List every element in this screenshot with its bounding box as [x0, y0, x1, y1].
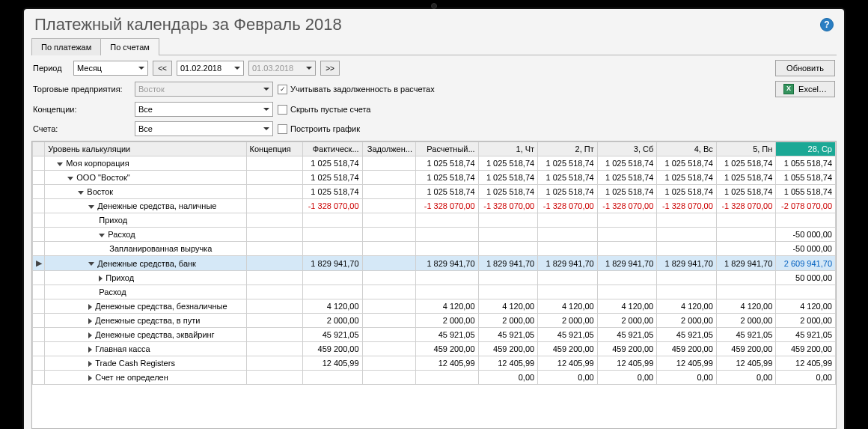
row-marker: [33, 156, 45, 171]
concept-cell: [246, 213, 302, 228]
tree-cell[interactable]: Денежные средства, наличные: [45, 199, 246, 213]
date-to-input[interactable]: 01.03.2018: [248, 61, 316, 76]
debt-checkbox[interactable]: ✓ Учитывать задолженность в расчетах: [278, 85, 435, 94]
col-debt[interactable]: Задолжен...: [362, 142, 415, 156]
value-cell: 1 025 518,74: [415, 185, 478, 199]
col-d3[interactable]: 3, Сб: [597, 142, 657, 156]
table-row[interactable]: Приход50 000,00: [33, 271, 836, 285]
col-fact[interactable]: Фактическ...: [303, 142, 363, 156]
row-marker: [33, 342, 45, 356]
table-row[interactable]: Денежные средства, в пути2 000,002 000,0…: [33, 314, 836, 328]
value-cell: 1 025 518,74: [478, 185, 538, 199]
concept-cell: [246, 271, 302, 285]
tree-cell[interactable]: Приход: [45, 213, 246, 228]
tree-cell[interactable]: Восток: [45, 185, 246, 199]
expand-icon[interactable]: [88, 347, 92, 353]
table-row[interactable]: Приход: [33, 213, 836, 228]
table-row[interactable]: Счет не определен0,000,000,000,000,000,0…: [33, 371, 836, 385]
calendar-table: Уровень калькуляции Концепция Фактическ.…: [32, 142, 836, 385]
table-row[interactable]: ООО "Восток"1 025 518,741 025 518,741 02…: [33, 171, 836, 185]
value-cell: [657, 271, 717, 285]
value-cell: [478, 285, 538, 299]
collapse-icon[interactable]: [88, 205, 94, 209]
value-cell: [303, 371, 363, 385]
col-level[interactable]: Уровень калькуляции: [45, 142, 246, 156]
tree-cell[interactable]: Расход: [45, 228, 246, 242]
accounts-select[interactable]: Все: [135, 121, 273, 136]
table-row[interactable]: Расход: [33, 285, 836, 299]
value-cell: [538, 228, 598, 242]
collapse-icon[interactable]: [57, 162, 63, 166]
col-d28[interactable]: 28, Ср: [776, 142, 836, 156]
row-marker: [33, 271, 45, 285]
tree-cell[interactable]: Приход: [45, 271, 246, 285]
collapse-icon[interactable]: [78, 191, 84, 195]
value-cell: 1 025 518,74: [716, 156, 776, 171]
excel-export-button[interactable]: Excel…: [775, 81, 835, 97]
expand-icon[interactable]: [88, 375, 92, 381]
tree-cell[interactable]: ООО "Восток": [45, 171, 246, 185]
date-from-input[interactable]: 01.02.2018: [177, 61, 244, 76]
table-row[interactable]: ▶Денежные средства, банк1 829 941,701 82…: [33, 256, 836, 271]
period-select[interactable]: Месяц: [73, 61, 148, 76]
tree-cell[interactable]: Денежные средства, банк: [45, 256, 246, 271]
table-row[interactable]: Денежные средства, безналичные4 120,004 …: [33, 299, 836, 314]
prev-period-button[interactable]: <<: [153, 61, 172, 76]
help-icon[interactable]: ?: [820, 18, 834, 31]
tree-cell[interactable]: Запланированная выручка: [45, 242, 246, 256]
expand-icon[interactable]: [88, 361, 92, 367]
collapse-icon[interactable]: [88, 262, 94, 266]
collapse-icon[interactable]: [99, 234, 105, 237]
row-marker: [33, 371, 45, 385]
tree-cell[interactable]: Моя корпорация: [45, 156, 246, 171]
value-cell: [362, 271, 415, 285]
period-label: Период: [33, 64, 69, 73]
row-marker: [33, 242, 45, 256]
row-marker-header: [33, 142, 45, 156]
tree-cell[interactable]: Счет не определен: [45, 371, 246, 385]
value-cell: [415, 271, 478, 285]
tree-cell[interactable]: Расход: [45, 285, 246, 299]
chevron-down-icon: [234, 67, 240, 70]
tree-cell[interactable]: Денежные средства, в пути: [45, 314, 246, 328]
table-row[interactable]: Запланированная выручка-50 000,00: [33, 242, 836, 256]
table-row[interactable]: Денежные средства, эквайринг45 921,0545 …: [33, 328, 836, 342]
value-cell: [362, 328, 415, 342]
value-cell: 2 000,00: [415, 314, 478, 328]
value-cell: [716, 228, 776, 242]
table-row[interactable]: Восток1 025 518,741 025 518,741 025 518,…: [33, 185, 836, 199]
col-calc[interactable]: Расчетный...: [415, 142, 478, 156]
table-row[interactable]: Моя корпорация1 025 518,741 025 518,741 …: [33, 156, 836, 171]
update-button[interactable]: Обновить: [775, 60, 835, 76]
collapse-icon[interactable]: [67, 177, 73, 180]
tree-cell[interactable]: Денежные средства, эквайринг: [45, 328, 246, 342]
col-d1[interactable]: 1, Чт: [478, 142, 538, 156]
expand-icon[interactable]: [88, 332, 92, 338]
col-d4[interactable]: 4, Вс: [657, 142, 717, 156]
table-row[interactable]: Денежные средства, наличные-1 328 070,00…: [33, 199, 836, 213]
value-cell: 1 025 518,74: [597, 171, 657, 185]
tab-payments[interactable]: По платежам: [31, 38, 101, 55]
expand-icon[interactable]: [99, 276, 103, 282]
expand-icon[interactable]: [88, 318, 92, 324]
enterprises-select[interactable]: Восток: [135, 82, 273, 97]
expand-icon[interactable]: [88, 304, 92, 310]
col-d2[interactable]: 2, Пт: [538, 142, 598, 156]
tree-cell[interactable]: Trade Cash Registers: [45, 356, 246, 371]
value-cell: 1 055 518,74: [776, 185, 836, 199]
tree-cell[interactable]: Денежные средства, безналичные: [45, 299, 246, 314]
table-row[interactable]: Главная касса459 200,00459 200,00459 200…: [33, 342, 836, 356]
period-value: Месяц: [77, 64, 102, 73]
next-period-button[interactable]: >>: [320, 61, 340, 76]
hide-empty-checkbox[interactable]: Скрыть пустые счета: [278, 105, 370, 115]
col-concept[interactable]: Концепция: [246, 142, 302, 156]
tab-accounts[interactable]: По счетам: [100, 38, 159, 55]
accounts-label: Счета:: [33, 124, 130, 133]
value-cell: [657, 228, 717, 242]
concepts-select[interactable]: Все: [135, 102, 273, 117]
table-row[interactable]: Расход-50 000,00: [33, 228, 836, 242]
col-d5[interactable]: 5, Пн: [716, 142, 776, 156]
table-row[interactable]: Trade Cash Registers12 405,9912 405,9912…: [33, 356, 836, 371]
build-chart-checkbox[interactable]: Построить график: [278, 124, 360, 134]
tree-cell[interactable]: Главная касса: [45, 342, 246, 356]
